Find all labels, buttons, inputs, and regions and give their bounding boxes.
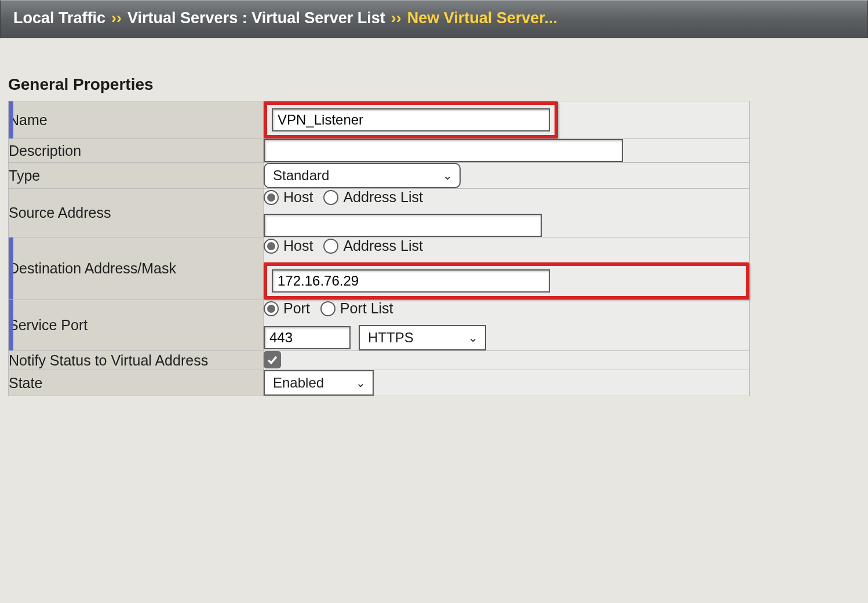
label-service-port: Service Port [9, 300, 264, 351]
label-name: Name [9, 101, 264, 139]
breadcrumb-part-root[interactable]: Local Traffic [13, 9, 105, 27]
dest-radio-list-label: Address List [343, 237, 423, 254]
state-select-value: Enabled [273, 375, 324, 390]
check-icon [266, 353, 279, 366]
highlight-name [264, 101, 558, 138]
chevron-down-icon: ⌄ [468, 331, 478, 345]
dest-radio-host-label: Host [283, 237, 313, 254]
dest-radio-host[interactable] [264, 239, 279, 254]
name-input[interactable] [272, 108, 550, 131]
breadcrumb-sep-1: ›› [111, 9, 122, 27]
source-radio-list-label: Address List [343, 189, 423, 206]
port-radio-port[interactable] [264, 301, 279, 316]
general-properties-table: Name Description Type Standa [8, 101, 750, 396]
chevron-down-icon: ⌄ [443, 169, 453, 182]
label-source-address: Source Address [9, 189, 264, 237]
port-radio-list[interactable] [320, 301, 335, 316]
label-type: Type [9, 163, 264, 189]
service-port-protocol-value: HTTPS [368, 330, 414, 345]
chevron-down-icon: ⌄ [356, 376, 366, 390]
breadcrumb-part-current: New Virtual Server... [407, 9, 557, 27]
description-input[interactable] [264, 139, 623, 162]
type-select[interactable]: Standard ⌄ [264, 163, 461, 188]
breadcrumb-sep-2: ›› [391, 9, 402, 27]
service-port-input[interactable] [264, 326, 351, 349]
port-radio-port-label: Port [283, 300, 310, 317]
service-port-protocol-select[interactable]: HTTPS ⌄ [359, 325, 486, 350]
breadcrumb: Local Traffic ›› Virtual Servers : Virtu… [0, 0, 868, 38]
source-radio-host-label: Host [283, 189, 313, 206]
highlight-destination [264, 262, 749, 299]
dest-radio-list[interactable] [323, 239, 338, 254]
source-radio-host[interactable] [264, 190, 279, 205]
source-radio-list[interactable] [323, 190, 338, 205]
label-notify-status: Notify Status to Virtual Address [9, 351, 264, 370]
label-description: Description [9, 139, 264, 163]
label-destination-address: Destination Address/Mask [9, 237, 264, 300]
destination-address-input[interactable] [272, 269, 550, 293]
section-title-general-properties: General Properties [8, 75, 868, 94]
label-state: State [9, 370, 264, 396]
source-address-input[interactable] [264, 214, 542, 237]
port-radio-list-label: Port List [340, 300, 393, 317]
type-select-value: Standard [273, 167, 329, 183]
state-select[interactable]: Enabled ⌄ [264, 370, 374, 396]
notify-status-checkbox[interactable] [264, 351, 281, 368]
breadcrumb-part-section[interactable]: Virtual Servers : Virtual Server List [127, 9, 385, 27]
